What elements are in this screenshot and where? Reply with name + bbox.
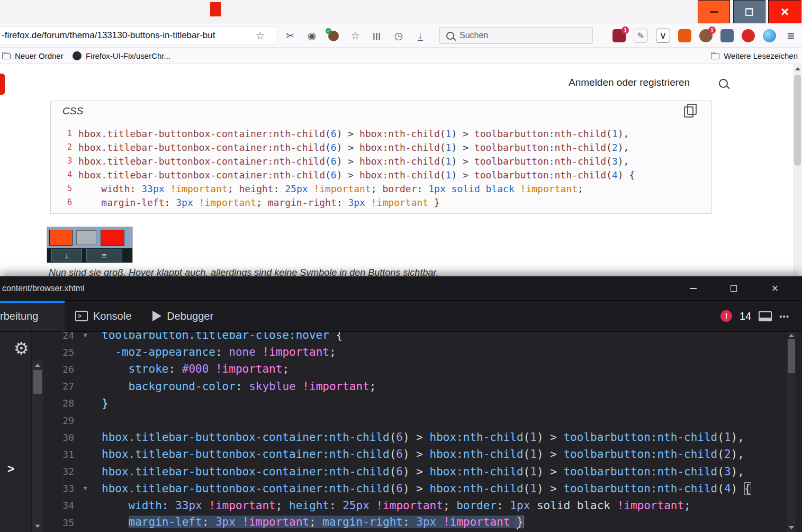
copy-code-icon[interactable] [684, 106, 693, 118]
code-line: 25 -moz-appearance: none !important; [45, 344, 786, 360]
code-token: none [229, 346, 256, 358]
code-token: : [165, 197, 176, 208]
code-token: !important [170, 183, 227, 194]
code-token: hbox.titlebar-buttonbox-container:nth-ch… [78, 128, 325, 139]
code-token: ( [390, 431, 397, 444]
downloads-icon[interactable]: ↓ [413, 29, 427, 43]
code-token: : [130, 183, 142, 194]
code-token: } [428, 197, 440, 208]
window-restore-button[interactable] [733, 0, 765, 23]
extension-icon-1[interactable]: 1 [612, 29, 626, 42]
code-token: ) [731, 482, 744, 495]
scroll-down-arrow-icon[interactable] [789, 526, 794, 529]
sidebar-expand-chevron[interactable]: > [7, 462, 14, 476]
extension-icon-orange[interactable] [678, 29, 691, 42]
code-token: ) > [451, 142, 474, 153]
bookmarks-bar: Neuer Ordner Firefox-UI-Fix/userChr... W… [0, 48, 802, 64]
gear-icon[interactable]: ⚙ [14, 338, 29, 358]
code-text: hbox.titlebar-buttonbox-container:nth-ch… [102, 448, 744, 461]
style-editor-code[interactable]: 24▼toolbarbutton.titlebar-close:hover {2… [45, 332, 786, 531]
code-text: margin-left: 3px !important; margin-righ… [78, 197, 440, 208]
line-number: 3 [59, 156, 72, 166]
line-number: 6 [59, 197, 72, 207]
extension-icon-sphere[interactable] [763, 29, 776, 42]
code-token: hbox:nth-child [430, 482, 524, 495]
code-token [436, 516, 443, 528]
code-token: 1 [724, 431, 731, 444]
code-token: hbox.titlebar-buttonbox-container:nth-ch… [102, 465, 390, 478]
code-token: : [236, 380, 249, 393]
screenshot-thumbnail[interactable]: ↓ ≡ [47, 227, 133, 263]
editor-scrollbar[interactable] [787, 332, 796, 532]
line-number: 30 [45, 432, 74, 443]
code-token: toolbarbutton:nth-child [563, 482, 717, 495]
line-number: 33 [45, 483, 74, 494]
code-token: : [202, 516, 215, 528]
code-token: } [102, 397, 109, 410]
more-bookmarks[interactable]: Weitere Lesezeichen [711, 48, 798, 64]
search-field[interactable]: Suchen [439, 27, 593, 44]
scrollbar-thumb[interactable] [794, 75, 801, 166]
login-link[interactable]: Anmelden oder registrieren [569, 77, 690, 88]
split-console-icon[interactable] [759, 311, 772, 321]
scroll-up-arrow-icon[interactable] [795, 67, 800, 70]
code-token: width [101, 183, 130, 194]
eye-icon[interactable]: ◉ [305, 29, 319, 43]
window-minimize-button[interactable] [698, 0, 730, 23]
devtools-window-title: content/browser.xhtml [2, 276, 85, 300]
code-token: -moz-appearance [115, 346, 215, 358]
code-text: -moz-appearance: none !important; [102, 346, 336, 358]
scrollbar-thumb[interactable] [33, 370, 42, 394]
tab-console[interactable]: > Konsole [65, 301, 142, 331]
extension-avatar-icon[interactable]: ✓ [327, 29, 340, 43]
scroll-up-arrow-icon[interactable] [789, 334, 794, 337]
error-circle-icon[interactable]: ! [720, 310, 732, 322]
code-token: : [403, 516, 416, 528]
sidebar-scrollbar[interactable] [32, 359, 43, 532]
devtools-close-button[interactable]: × [761, 276, 789, 300]
meatball-menu-icon[interactable]: ••• [779, 312, 789, 321]
bookmark-github[interactable]: Firefox-UI-Fix/userChr... [73, 48, 170, 64]
extension-icon-red-circle[interactable] [742, 29, 755, 42]
devtools-minimize-button[interactable] [679, 276, 707, 300]
code-line: 1hbox.titlebar-buttonbox-container:nth-c… [59, 127, 706, 140]
code-token: ), [618, 128, 629, 139]
url-bar[interactable]: -firefox.de/forum/thema/133130-buttons-i… [0, 26, 276, 44]
extension-icon-blue[interactable] [720, 29, 734, 42]
hamburger-menu-icon[interactable]: ≡ [784, 29, 798, 43]
screenshot-scissors-icon[interactable]: ✂ [283, 29, 297, 43]
fold-arrow-icon[interactable]: ▼ [74, 332, 96, 339]
tab-debugger[interactable]: Debugger [142, 301, 224, 331]
code-token: ; [276, 499, 289, 512]
code-token: ( [717, 431, 724, 444]
window-close-button[interactable]: × [768, 0, 801, 23]
code-token [102, 346, 115, 358]
scrollbar-thumb[interactable] [788, 339, 795, 373]
extension-icon-notes[interactable]: ✎ [634, 29, 648, 43]
scroll-down-arrow-icon[interactable] [35, 525, 40, 528]
scroll-up-arrow-icon[interactable] [35, 364, 40, 367]
code-line: 24▼toolbarbutton.titlebar-close:hover { [45, 332, 786, 344]
forum-search-icon[interactable] [719, 79, 728, 88]
bookmark-star-icon[interactable]: ☆ [256, 30, 265, 42]
bookmark-new-folder[interactable]: Neuer Ordner [2, 48, 64, 64]
code-token: ) > [451, 156, 474, 167]
code-token: 2 [612, 142, 618, 153]
code-token: ( [440, 169, 446, 181]
code-token [370, 499, 376, 512]
pencil-icon: ✎ [637, 31, 644, 41]
library-icon[interactable]: ||| [370, 29, 384, 43]
tab-styleeditor[interactable]: rbeitung [0, 301, 65, 331]
collections-star-icon[interactable]: ☆ [348, 29, 362, 43]
code-token: hbox.titlebar-buttonbox-container:nth-ch… [78, 156, 325, 167]
devtools-titlebar: content/browser.xhtml × [0, 276, 802, 300]
devtools-maximize-button[interactable] [720, 276, 747, 300]
extension-icon-v[interactable]: V [656, 29, 670, 43]
download-arrow-icon: ↓ [65, 251, 69, 260]
page-scrollbar[interactable] [793, 64, 802, 276]
fold-arrow-icon[interactable]: ▼ [74, 485, 96, 492]
history-clock-icon[interactable]: ◷ [392, 29, 405, 43]
code-token: hbox.titlebar-buttonbox-container:nth-ch… [78, 169, 325, 181]
line-number: 4 [59, 170, 72, 179]
extension-icon-brown[interactable]: 1 [699, 29, 713, 42]
